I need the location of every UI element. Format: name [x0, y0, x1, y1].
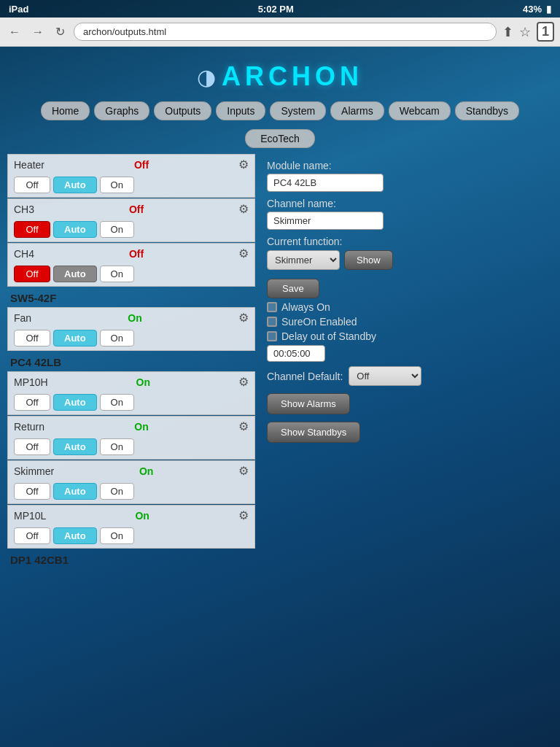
- on-button[interactable]: On: [100, 266, 134, 282]
- table-row: MP10L On ⚙ Off Auto On: [7, 505, 255, 549]
- on-button[interactable]: On: [100, 221, 134, 238]
- save-button[interactable]: Save: [267, 279, 319, 298]
- gear-icon[interactable]: ⚙: [238, 508, 249, 522]
- delay-time-input[interactable]: [267, 345, 325, 362]
- auto-button[interactable]: Auto: [53, 266, 97, 282]
- table-row: Return On ⚙ Off Auto On: [7, 416, 255, 460]
- gear-icon[interactable]: ⚙: [238, 375, 249, 389]
- off-button[interactable]: Off: [14, 394, 50, 411]
- channel-name-label: Channel name:: [267, 198, 553, 209]
- delay-checkbox[interactable]: [267, 331, 277, 341]
- channel-label: Return: [14, 421, 44, 433]
- address-bar[interactable]: archon/outputs.html: [74, 23, 497, 41]
- table-row: Fan On ⚙ Off Auto On: [7, 307, 255, 351]
- on-button[interactable]: On: [100, 394, 134, 411]
- table-row: Skimmer On ⚙ Off Auto On: [7, 460, 255, 504]
- channel-default-label: Channel Default:: [267, 371, 343, 382]
- auto-button[interactable]: Auto: [53, 438, 97, 455]
- on-button[interactable]: On: [100, 177, 134, 193]
- logo-icon: ◑: [197, 64, 216, 90]
- status-right: 43% ▮: [523, 4, 551, 15]
- gear-icon[interactable]: ⚙: [238, 419, 249, 433]
- show-function-button[interactable]: Show: [344, 250, 393, 270]
- current-function-label: Current function:: [267, 236, 553, 247]
- bookmark-icon[interactable]: ☆: [519, 24, 531, 40]
- nav-graphs[interactable]: Graphs: [94, 101, 149, 120]
- gear-icon[interactable]: ⚙: [238, 247, 249, 260]
- gear-icon[interactable]: ⚙: [238, 464, 249, 478]
- delay-row: Delay out of Standby: [267, 330, 553, 342]
- module-name-input[interactable]: [267, 174, 384, 192]
- module-header: DP1 42CB1: [7, 549, 255, 569]
- carrier-wifi: iPad: [9, 4, 28, 15]
- channel-status: Off: [129, 204, 144, 215]
- channel-status: On: [139, 465, 153, 477]
- sureon-label: SureOn Enabled: [281, 316, 357, 328]
- auto-button[interactable]: Auto: [53, 483, 97, 500]
- right-panel: Module name: Channel name: Current funct…: [267, 154, 553, 569]
- auto-button[interactable]: Auto: [53, 394, 97, 411]
- nav-home[interactable]: Home: [41, 101, 90, 120]
- delay-label: Delay out of Standby: [281, 330, 376, 342]
- function-select[interactable]: Skimmer Always On Return: [267, 250, 340, 270]
- nav-webcam[interactable]: Webcam: [389, 101, 451, 120]
- always-on-label: Always On: [281, 301, 330, 313]
- table-row: MP10H On ⚙ Off Auto On: [7, 371, 255, 415]
- time: 5:02 PM: [258, 4, 294, 15]
- channel-label: CH4: [14, 248, 34, 260]
- auto-button[interactable]: Auto: [53, 330, 97, 347]
- forward-button[interactable]: →: [29, 24, 47, 40]
- always-on-checkbox[interactable]: [267, 302, 277, 312]
- off-button[interactable]: Off: [14, 330, 50, 347]
- nav-ecotech[interactable]: EcoTech: [245, 129, 315, 148]
- show-standbys-button[interactable]: Show Standbys: [267, 422, 360, 443]
- nav-standbys[interactable]: Standbys: [455, 101, 519, 120]
- url-text: archon/outputs.html: [83, 26, 166, 37]
- channel-label: Heater: [14, 159, 44, 171]
- auto-button[interactable]: Auto: [53, 221, 97, 238]
- gear-icon[interactable]: ⚙: [238, 158, 249, 171]
- auto-button[interactable]: Auto: [53, 527, 97, 544]
- gear-icon[interactable]: ⚙: [238, 202, 249, 216]
- on-button[interactable]: On: [100, 330, 134, 347]
- nav-system[interactable]: System: [270, 101, 326, 120]
- auto-button[interactable]: Auto: [53, 177, 97, 193]
- show-alarms-button[interactable]: Show Alarms: [267, 393, 350, 414]
- sureon-row: SureOn Enabled: [267, 316, 553, 328]
- battery-level: 43%: [523, 4, 542, 15]
- off-button[interactable]: Off: [14, 483, 50, 500]
- channel-default-row: Channel Default: Off On: [267, 366, 553, 386]
- module-name-label: Module name:: [267, 160, 553, 171]
- nav-outputs[interactable]: Outputs: [154, 101, 211, 120]
- channel-label: MP10H: [14, 376, 48, 388]
- main-layout: Heater Off ⚙ Off Auto On CH3 Off ⚙: [7, 154, 553, 569]
- battery-icon: ▮: [546, 4, 551, 15]
- channel-label: CH3: [14, 204, 34, 215]
- channel-status: On: [128, 312, 141, 324]
- channel-label: Skimmer: [14, 465, 54, 477]
- browser-actions: ⬆ ☆ 1: [502, 22, 554, 42]
- table-row: Heater Off ⚙ Off Auto On: [7, 154, 255, 198]
- on-button[interactable]: On: [100, 527, 134, 544]
- on-button[interactable]: On: [100, 438, 134, 455]
- back-button[interactable]: ←: [6, 24, 23, 40]
- reload-button[interactable]: ↻: [52, 23, 68, 40]
- channel-name-input[interactable]: [267, 212, 384, 230]
- share-icon[interactable]: ⬆: [502, 24, 513, 40]
- nav-alarms[interactable]: Alarms: [330, 101, 384, 120]
- off-button[interactable]: Off: [14, 527, 50, 544]
- off-button[interactable]: Off: [14, 221, 50, 238]
- sureon-checkbox[interactable]: [267, 317, 277, 327]
- off-button[interactable]: Off: [14, 438, 50, 455]
- nav-inputs[interactable]: Inputs: [216, 101, 265, 120]
- tab-count[interactable]: 1: [537, 22, 554, 42]
- gear-icon[interactable]: ⚙: [238, 311, 249, 325]
- on-button[interactable]: On: [100, 483, 134, 500]
- always-on-row: Always On: [267, 301, 553, 313]
- page-content: ◑ ARCHON Home Graphs Outputs Inputs Syst…: [0, 47, 560, 576]
- off-button[interactable]: Off: [14, 177, 50, 193]
- off-button[interactable]: Off: [14, 266, 50, 282]
- status-bar: iPad 5:02 PM 43% ▮: [0, 0, 560, 18]
- channel-status: Off: [134, 159, 149, 171]
- channel-default-select[interactable]: Off On: [349, 366, 421, 386]
